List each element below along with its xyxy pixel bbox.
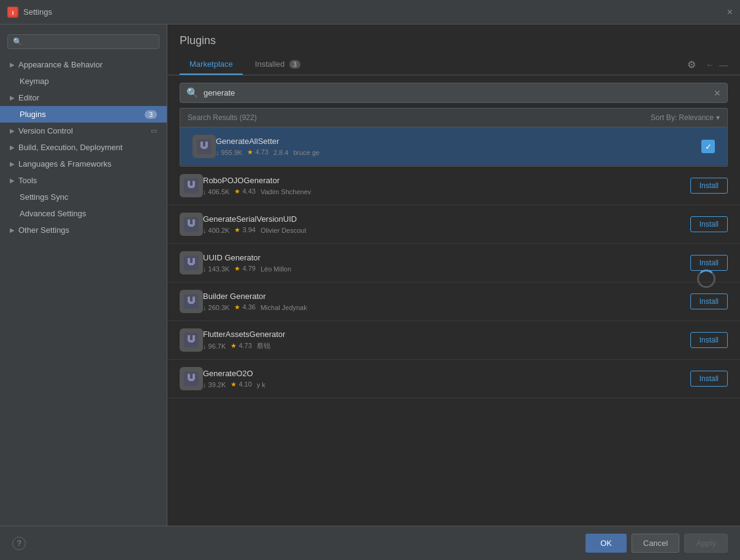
installed-badge: 3 xyxy=(289,60,300,69)
plugin-item[interactable]: UUID Generator 143.3K 4.79 Léo Millon In… xyxy=(167,244,740,282)
back-arrow-icon[interactable]: ← xyxy=(706,60,714,70)
plugin-item[interactable]: GenerateSerialVersionUID 400.2K 3.94 Oli… xyxy=(167,205,740,244)
nav-arrows: ← — xyxy=(706,60,728,70)
bottom-bar: ? OK Cancel Apply xyxy=(0,526,740,560)
bottom-buttons: OK Cancel Apply xyxy=(586,534,728,553)
svg-rect-13 xyxy=(189,224,194,227)
sidebar-search-input[interactable] xyxy=(26,37,154,46)
svg-text:I: I xyxy=(12,10,14,16)
loading-spinner xyxy=(697,270,715,288)
plugin-item[interactable]: RoboPOJOGenerator 406.5K 4.43 Vadim Shch… xyxy=(167,167,740,205)
cancel-button[interactable]: Cancel xyxy=(631,534,679,553)
svg-rect-17 xyxy=(189,263,194,265)
plugin-downloads: 406.5K xyxy=(203,188,229,195)
plugin-search-bar[interactable]: 🔍 ✕ xyxy=(180,83,728,103)
plugin-rating: 4.43 xyxy=(234,187,255,195)
search-clear-button[interactable]: ✕ xyxy=(714,88,721,98)
content-area: Plugins Marketplace Installed 3 ⚙ ← — 🔍 … xyxy=(167,25,740,526)
forward-arrow-icon[interactable]: — xyxy=(719,60,728,70)
search-icon: 🔍 xyxy=(186,87,199,99)
plugin-downloads: 400.2K xyxy=(203,227,229,234)
sidebar-item-label: Languages & Frameworks xyxy=(18,159,112,168)
plugins-badge: 3 xyxy=(145,110,157,119)
sidebar: 🔍 ▶ Appearance & Behavior Keymap ▶ Edito… xyxy=(0,25,167,526)
sidebar-item-settings-sync[interactable]: Settings Sync xyxy=(0,189,167,205)
plugin-icon xyxy=(180,251,203,274)
search-dropdown: Search Results (922) Sort By: Relevance … xyxy=(180,108,728,167)
sidebar-item-keymap[interactable]: Keymap xyxy=(0,73,167,89)
search-results-header: Search Results (922) Sort By: Relevance … xyxy=(180,108,727,127)
sidebar-item-editor[interactable]: ▶ Editor xyxy=(0,89,167,106)
sidebar-item-version-control[interactable]: ▶ Version Control ▭ xyxy=(0,123,167,139)
plugin-author: 蔡锐 xyxy=(257,341,270,350)
tab-installed[interactable]: Installed 3 xyxy=(245,55,310,75)
sidebar-item-other-settings[interactable]: ▶ Other Settings xyxy=(0,222,167,238)
plugin-author: Michal Jedynak xyxy=(261,304,307,311)
version-control-icon: ▭ xyxy=(151,127,157,135)
sidebar-item-label: Tools xyxy=(18,176,37,185)
plugin-meta: 260.3K 4.36 Michal Jedynak xyxy=(203,303,690,311)
plugin-info: GenerateSerialVersionUID 400.2K 3.94 Oli… xyxy=(203,214,690,234)
plugin-rating: 4.36 xyxy=(234,303,255,311)
sort-chevron-icon: ▾ xyxy=(716,113,720,122)
svg-rect-9 xyxy=(189,186,194,188)
ok-button[interactable]: OK xyxy=(586,534,627,553)
sidebar-item-appearance[interactable]: ▶ Appearance & Behavior xyxy=(0,56,167,73)
svg-rect-21 xyxy=(189,301,194,304)
install-button[interactable]: Install xyxy=(690,216,728,232)
close-button[interactable]: × xyxy=(727,7,733,18)
plugin-meta: 96.7K 4.73 蔡锐 xyxy=(203,341,690,350)
install-button[interactable]: Install xyxy=(690,178,728,194)
plugin-icon xyxy=(180,328,203,352)
plugin-author: Léo Millon xyxy=(261,265,291,273)
sidebar-item-plugins[interactable]: Plugins 3 xyxy=(0,106,167,123)
settings-gear-button[interactable]: ⚙ xyxy=(682,56,701,73)
plugin-rating: 4.73 xyxy=(247,148,268,156)
window-title: Settings xyxy=(23,7,52,17)
install-button[interactable]: Install xyxy=(690,371,728,387)
chevron-icon: ▶ xyxy=(10,144,15,151)
plugin-info: Builder Generator 260.3K 4.36 Michal Jed… xyxy=(203,292,690,311)
chevron-icon: ▶ xyxy=(10,61,15,68)
plugin-item[interactable]: GenerateO2O 39.2K 4.10 y k Install xyxy=(167,360,740,398)
sidebar-item-advanced-settings[interactable]: Advanced Settings xyxy=(0,205,167,222)
plugin-item[interactable]: GenerateAllSetter 955.9K 4.73 2.8.4 bruc… xyxy=(180,127,727,166)
installed-checkmark: ✓ xyxy=(701,140,715,153)
sidebar-item-label: Other Settings xyxy=(18,225,69,235)
plugin-rating: 3.94 xyxy=(234,226,255,234)
main-layout: 🔍 ▶ Appearance & Behavior Keymap ▶ Edito… xyxy=(0,25,740,526)
install-button[interactable]: Install xyxy=(690,293,728,309)
plugin-name: UUID Generator xyxy=(203,253,690,262)
plugin-info: FlutterAssetsGenerator 96.7K 4.73 蔡锐 xyxy=(203,330,690,350)
plugin-author: bruce ge xyxy=(293,149,319,156)
plugin-rating: 4.10 xyxy=(231,380,251,388)
sidebar-item-build[interactable]: ▶ Build, Execution, Deployment xyxy=(0,139,167,156)
plugin-item[interactable]: FlutterAssetsGenerator 96.7K 4.73 蔡锐 Ins… xyxy=(167,321,740,360)
sidebar-item-tools[interactable]: ▶ Tools xyxy=(0,172,167,189)
plugin-icon xyxy=(180,174,203,197)
plugin-search-input[interactable] xyxy=(204,88,714,97)
plugin-name: GenerateSerialVersionUID xyxy=(203,214,690,224)
install-button[interactable]: Install xyxy=(690,255,728,271)
install-button[interactable]: Install xyxy=(690,332,728,348)
tab-marketplace[interactable]: Marketplace xyxy=(180,55,243,75)
plugin-meta: 143.3K 4.79 Léo Millon xyxy=(203,265,690,273)
plugin-meta: 406.5K 4.43 Vadim Shchenev xyxy=(203,187,690,195)
apply-button[interactable]: Apply xyxy=(684,534,728,553)
sidebar-item-languages[interactable]: ▶ Languages & Frameworks xyxy=(0,156,167,172)
plugin-info: GenerateAllSetter 955.9K 4.73 2.8.4 bruc… xyxy=(216,137,701,156)
help-button[interactable]: ? xyxy=(12,537,26,550)
sidebar-item-label: Keymap xyxy=(20,77,49,86)
plugin-info: UUID Generator 143.3K 4.79 Léo Millon xyxy=(203,253,690,273)
plugin-name: Builder Generator xyxy=(203,292,690,301)
plugin-list: RoboPOJOGenerator 406.5K 4.43 Vadim Shch… xyxy=(167,167,740,526)
plugin-downloads: 96.7K xyxy=(203,342,226,350)
plugin-icon xyxy=(180,213,203,236)
plugin-author: Olivier Descout xyxy=(261,227,307,234)
plugin-item[interactable]: Builder Generator 260.3K 4.36 Michal Jed… xyxy=(167,282,740,321)
sort-by-dropdown[interactable]: Sort By: Relevance ▾ xyxy=(650,113,720,122)
plugin-info: GenerateO2O 39.2K 4.10 y k xyxy=(203,369,690,388)
sidebar-search-box[interactable]: 🔍 xyxy=(7,34,159,49)
sidebar-item-label: Plugins xyxy=(10,110,46,119)
plugin-author: y k xyxy=(257,381,265,388)
